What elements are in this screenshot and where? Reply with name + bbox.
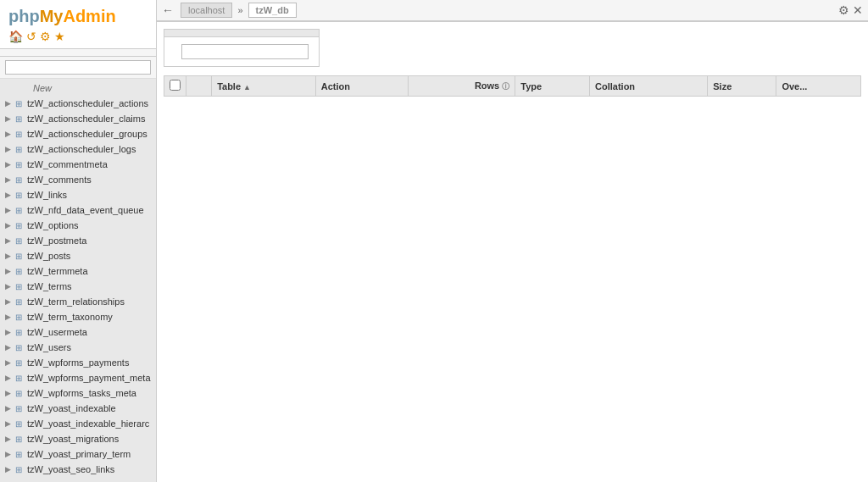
table-tree-icon: ⊞ (13, 463, 25, 475)
breadcrumb-database[interactable]: tzW_db (248, 3, 297, 18)
sidebar-item-tzW_term_relationships[interactable]: ▶⊞tzW_term_relationships (0, 294, 156, 309)
table-tree-icon: ⊞ (13, 387, 25, 399)
table-icon: ⊞ (15, 358, 22, 368)
table-tree-icon: ⊞ (13, 97, 25, 109)
tree-arrow: ▶ (5, 374, 11, 382)
tree-item-label: tzW_options (27, 220, 79, 230)
tree-arrow: ▶ (5, 114, 11, 123)
sidebar-item-tzW_links[interactable]: ▶⊞tzW_links (0, 187, 156, 202)
filters-input[interactable] (181, 44, 309, 59)
main-panel: ← localhost » tzW_db ⚙ ✕ (157, 0, 868, 482)
tree-item-label: tzW_usermeta (27, 327, 87, 337)
sidebar-item-tzW_posts[interactable]: ▶⊞tzW_posts (0, 248, 156, 263)
sidebar-item-tzW_users[interactable]: ▶⊞tzW_users (0, 340, 156, 355)
topbar: ← localhost » tzW_db ⚙ ✕ (157, 0, 868, 21)
tree-item-label: tzW_nfd_data_event_queue (27, 205, 144, 215)
sidebar-tree: New▶⊞tzW_actionscheduler_actions▶⊞tzW_ac… (0, 79, 156, 482)
table-tree-icon: ⊞ (13, 113, 25, 125)
table-tree-icon: ⊞ (13, 143, 25, 155)
table-icon: ⊞ (15, 191, 22, 200)
exit-topbar-icon[interactable]: ✕ (853, 3, 863, 17)
tables-list: Table ▲ Action Rows ⓘ Type Collation Siz… (164, 75, 861, 97)
sidebar-item-tzW_yoast_migrations[interactable]: ▶⊞tzW_yoast_migrations (0, 431, 156, 446)
table-tree-icon: ⊞ (13, 341, 25, 353)
sidebar-item-tzW_yoast_indexable_hierarc[interactable]: ▶⊞tzW_yoast_indexable_hierarc (0, 416, 156, 431)
refresh-icon[interactable]: ↺ (26, 30, 36, 43)
table-icon: ⊞ (15, 99, 22, 108)
sidebar-item-tzW_wpforms_payment_meta[interactable]: ▶⊞tzW_wpforms_payment_meta (0, 370, 156, 385)
header-size: Size (708, 76, 776, 97)
settings-topbar-icon[interactable]: ⚙ (838, 3, 849, 17)
breadcrumb-sep: » (237, 5, 242, 15)
select-all-checkbox[interactable] (170, 80, 181, 91)
database-value: tzW_db (256, 5, 289, 15)
filters-title[interactable] (164, 30, 319, 37)
tree-item-label: tzW_yoast_indexable_hierarc (27, 418, 149, 429)
table-tree-icon: ⊞ (13, 235, 25, 247)
table-tree-icon: ⊞ (13, 402, 25, 414)
sidebar-item-tzW_termmeta[interactable]: ▶⊞tzW_termmeta (0, 263, 156, 279)
table-tree-icon: ⊞ (13, 296, 25, 307)
table-icon: ⊞ (15, 236, 22, 246)
table-icon: ⊞ (15, 282, 22, 291)
logo-text: phpMyAdmin (8, 7, 147, 26)
table-tree-icon: ⊞ (13, 448, 25, 460)
tree-arrow: ▶ (5, 297, 11, 306)
server-value: localhost (188, 5, 225, 15)
header-table[interactable]: Table ▲ (212, 76, 316, 97)
sidebar-item-tzW_yoast_primary_term[interactable]: ▶⊞tzW_yoast_primary_term (0, 446, 156, 462)
table-icon: ⊞ (15, 450, 22, 459)
filters-body (164, 37, 319, 66)
tree-arrow: ▶ (5, 221, 11, 230)
sidebar-item-tzW_yoast_seo_links[interactable]: ▶⊞tzW_yoast_seo_links (0, 462, 156, 477)
tree-new-label: New (33, 83, 52, 93)
tree-arrow: ▶ (5, 206, 11, 214)
sidebar-logo: phpMyAdmin 🏠 ↺ ⚙ ★ (0, 0, 156, 49)
sidebar-item-tzW_term_taxonomy[interactable]: ▶⊞tzW_term_taxonomy (0, 309, 156, 324)
table-icon: ⊞ (15, 343, 22, 352)
sidebar-search-input[interactable] (5, 60, 151, 75)
sidebar-item-tzW_comments[interactable]: ▶⊞tzW_comments (0, 172, 156, 187)
sidebar-item-New[interactable]: New (0, 80, 156, 96)
breadcrumb-server[interactable]: localhost (181, 3, 232, 18)
sidebar-item-tzW_commentmeta[interactable]: ▶⊞tzW_commentmeta (0, 157, 156, 172)
sidebar-item-tzW_nfd_data_event_queue[interactable]: ▶⊞tzW_nfd_data_event_queue (0, 202, 156, 218)
back-button[interactable]: ← (162, 3, 174, 17)
table-icon: ⊞ (15, 328, 22, 337)
tree-item-label: tzW_wpforms_tasks_meta (27, 388, 136, 398)
sidebar-item-tzW_wpforms_payments[interactable]: ▶⊞tzW_wpforms_payments (0, 355, 156, 370)
tree-item-label: tzW_yoast_primary_term (27, 449, 131, 459)
sidebar-item-tzW_yoast_indexable[interactable]: ▶⊞tzW_yoast_indexable (0, 401, 156, 416)
table-icon: ⊞ (15, 175, 22, 185)
table-icon: ⊞ (15, 389, 22, 398)
star-nav-icon[interactable]: ★ (54, 30, 65, 43)
sidebar-item-tzW_actionscheduler_logs[interactable]: ▶⊞tzW_actionscheduler_logs (0, 141, 156, 157)
table-icon: ⊞ (15, 267, 22, 276)
tree-item-label: tzW_actionscheduler_claims (27, 114, 145, 124)
home-icon[interactable]: 🏠 (8, 30, 23, 43)
tree-arrow: ▶ (5, 145, 11, 153)
settings-icon[interactable]: ⚙ (40, 30, 51, 43)
table-tree-icon: ⊞ (13, 128, 25, 140)
sidebar-item-tzW_terms[interactable]: ▶⊞tzW_terms (0, 279, 156, 294)
table-icon: ⊞ (15, 145, 22, 154)
tree-item-label: tzW_yoast_indexable (27, 403, 116, 413)
header-overhead: Ove... (776, 76, 861, 97)
table-icon: ⊞ (15, 160, 22, 169)
sidebar-item-tzW_postmeta[interactable]: ▶⊞tzW_postmeta (0, 233, 156, 248)
table-tree-icon: ⊞ (13, 418, 25, 429)
sidebar-item-tzW_actionscheduler_claims[interactable]: ▶⊞tzW_actionscheduler_claims (0, 111, 156, 126)
sidebar-item-tzW_options[interactable]: ▶⊞tzW_options (0, 218, 156, 233)
tree-item-label: tzW_links (27, 190, 67, 200)
tree-arrow: ▶ (5, 252, 11, 260)
sidebar-item-tzW_actionscheduler_actions[interactable]: ▶⊞tzW_actionscheduler_actions (0, 96, 156, 111)
table-tree-icon: ⊞ (13, 219, 25, 231)
sidebar-item-tzW_wpforms_tasks_meta[interactable]: ▶⊞tzW_wpforms_tasks_meta (0, 385, 156, 401)
tree-arrow: ▶ (5, 99, 11, 108)
sidebar-item-tzW_actionscheduler_groups[interactable]: ▶⊞tzW_actionscheduler_groups (0, 126, 156, 141)
header-collation: Collation (590, 76, 708, 97)
tree-arrow: ▶ (5, 175, 11, 184)
table-icon: ⊞ (15, 435, 22, 444)
tree-arrow: ▶ (5, 236, 11, 245)
sidebar-item-tzW_usermeta[interactable]: ▶⊞tzW_usermeta (0, 324, 156, 340)
